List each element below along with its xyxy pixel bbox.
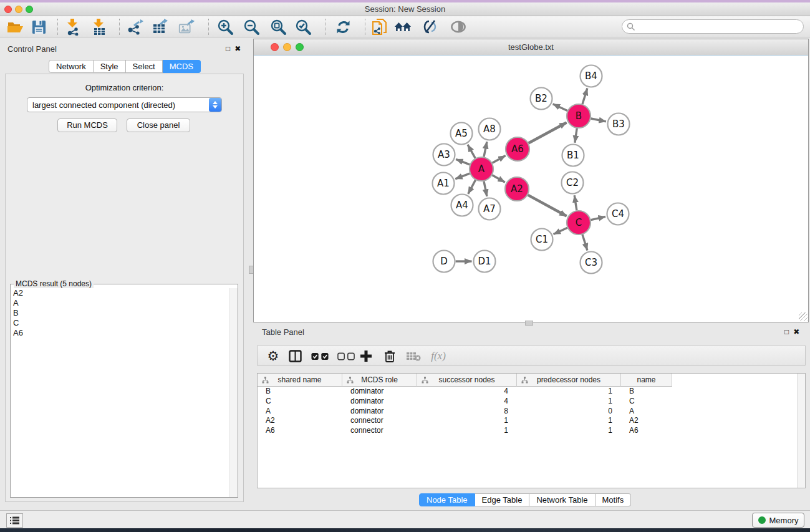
search-input[interactable] xyxy=(635,22,791,31)
table-cell: C xyxy=(258,397,342,407)
zoom-in-button[interactable] xyxy=(216,18,234,36)
task-history-button[interactable] xyxy=(6,513,23,528)
table-cell: 1 xyxy=(517,426,621,436)
tab-style[interactable]: Style xyxy=(94,60,126,73)
zoom-selected-button[interactable] xyxy=(294,18,312,36)
column-header-name[interactable]: name xyxy=(621,374,672,387)
mcds-result-item[interactable]: B xyxy=(11,308,229,318)
edge-A-A5[interactable] xyxy=(468,145,475,158)
edge-A-A8[interactable] xyxy=(484,142,487,157)
search-field[interactable] xyxy=(622,19,804,34)
import-network-button[interactable] xyxy=(64,18,82,36)
zoom-fit-icon xyxy=(270,19,287,36)
network-window-titlebar[interactable]: testGlobe.txt xyxy=(254,39,808,56)
edge-A-A7[interactable] xyxy=(484,181,487,196)
mcds-result-item[interactable]: A6 xyxy=(11,328,229,338)
hide-labels-icon xyxy=(422,19,439,35)
zoom-window-button[interactable] xyxy=(26,6,33,13)
network-minimize-button[interactable] xyxy=(283,43,291,51)
node-label-A8: A8 xyxy=(483,123,496,135)
close-window-button[interactable] xyxy=(4,6,12,13)
new-network-from-selection-button[interactable] xyxy=(370,18,388,36)
delete-column-button[interactable] xyxy=(381,347,398,365)
deselect-all-rows-button[interactable] xyxy=(337,347,355,365)
plus-icon xyxy=(360,350,372,362)
export-network-button[interactable] xyxy=(126,18,143,36)
float-panel-icon[interactable]: □ xyxy=(784,327,789,336)
import-table-button[interactable] xyxy=(90,18,108,36)
edge-B-B3[interactable] xyxy=(591,118,606,122)
refresh-layout-button[interactable] xyxy=(334,18,352,36)
close-panel-button[interactable]: Close panel xyxy=(127,118,190,132)
edge-A-A6[interactable] xyxy=(493,156,506,163)
table-scrollbar[interactable] xyxy=(797,374,805,488)
show-graphics-details-button[interactable] xyxy=(450,18,467,36)
edge-B-B1[interactable] xyxy=(575,128,577,143)
tab-mcds[interactable]: MCDS xyxy=(163,60,201,73)
network-canvas[interactable]: AA1A3A5A8A4A7A6A2BB2B4B3B1CC2C4C1C3DD1 xyxy=(254,56,808,322)
column-header-predecessor-nodes[interactable]: predecessor nodes xyxy=(517,374,621,387)
export-image-button[interactable] xyxy=(178,18,195,36)
edge-A6-B[interactable] xyxy=(529,123,567,143)
table-row[interactable]: Cdominator41C xyxy=(258,397,805,407)
mcds-result-list[interactable]: A2ABCA6 xyxy=(11,288,229,497)
toolbar-separator xyxy=(208,19,209,35)
function-builder-button[interactable]: f(x) xyxy=(427,347,450,365)
criterion-dropdown[interactable]: largest connected component (directed) xyxy=(27,97,222,112)
zoom-fit-button[interactable] xyxy=(269,18,287,36)
delete-table-button[interactable] xyxy=(405,347,422,365)
toggle-column-panel-button[interactable] xyxy=(286,347,304,365)
zoom-out-button[interactable] xyxy=(243,18,260,36)
hide-labels-button[interactable] xyxy=(422,18,439,36)
edge-A-A4[interactable] xyxy=(468,180,476,194)
home-icon xyxy=(394,19,412,34)
table-row[interactable]: A6connector11A6 xyxy=(258,426,805,436)
table-row[interactable]: Adominator80A xyxy=(258,407,805,417)
edge-A-A2[interactable] xyxy=(492,175,504,182)
open-session-button[interactable] xyxy=(6,18,24,36)
create-column-button[interactable] xyxy=(357,347,375,365)
column-type-icon xyxy=(347,377,354,384)
edge-C-C3[interactable] xyxy=(582,235,587,250)
float-panel-icon[interactable]: □ xyxy=(226,44,230,53)
horizontal-split-handle[interactable] xyxy=(525,321,533,326)
select-all-rows-button[interactable] xyxy=(311,347,329,365)
mcds-result-item[interactable]: C xyxy=(11,318,229,328)
mcds-list-scrollbar[interactable] xyxy=(229,288,238,497)
network-close-button[interactable] xyxy=(271,43,279,51)
table-cell: B xyxy=(258,387,342,397)
tab-motifs[interactable]: Motifs xyxy=(595,493,632,506)
table-cell: 1 xyxy=(517,397,621,407)
close-panel-icon[interactable]: ✖ xyxy=(234,44,241,53)
save-session-button[interactable] xyxy=(30,18,47,36)
memory-button[interactable]: Memory xyxy=(752,513,804,528)
window-resize-grip[interactable] xyxy=(799,312,808,321)
edge-C-C1[interactable] xyxy=(554,228,567,234)
tab-edge-table[interactable]: Edge Table xyxy=(475,493,530,506)
edge-C-C4[interactable] xyxy=(591,216,606,220)
tab-network[interactable]: Network xyxy=(49,60,94,73)
table-settings-button[interactable]: ⚙ xyxy=(264,347,282,365)
tab-node-table[interactable]: Node Table xyxy=(419,493,475,506)
edge-B-B2[interactable] xyxy=(553,104,567,111)
run-mcds-button[interactable]: Run MCDS xyxy=(57,118,117,132)
column-header-successor-nodes[interactable]: successor nodes xyxy=(417,374,517,387)
mcds-result-item[interactable]: A2 xyxy=(11,288,229,298)
edge-A2-C[interactable] xyxy=(528,195,567,216)
network-zoom-button[interactable] xyxy=(296,43,304,51)
table-row[interactable]: Bdominator41B xyxy=(258,387,805,397)
column-header-shared-name[interactable]: shared name xyxy=(258,374,342,387)
mcds-result-item[interactable]: A xyxy=(11,298,229,308)
edge-A-A1[interactable] xyxy=(455,173,470,179)
cybrowser-button[interactable] xyxy=(394,18,412,36)
close-panel-icon[interactable]: ✖ xyxy=(793,327,799,336)
edge-A-A3[interactable] xyxy=(456,159,470,164)
table-row[interactable]: A2connector11A2 xyxy=(258,416,805,426)
minimize-window-button[interactable] xyxy=(15,6,22,13)
export-table-button[interactable] xyxy=(152,18,169,36)
column-header-MCDS-role[interactable]: MCDS role xyxy=(342,374,417,387)
tab-network-table[interactable]: Network Table xyxy=(529,493,595,506)
edge-C-C2[interactable] xyxy=(574,195,577,210)
tab-select[interactable]: Select xyxy=(126,60,163,73)
edge-B-B4[interactable] xyxy=(582,89,587,104)
